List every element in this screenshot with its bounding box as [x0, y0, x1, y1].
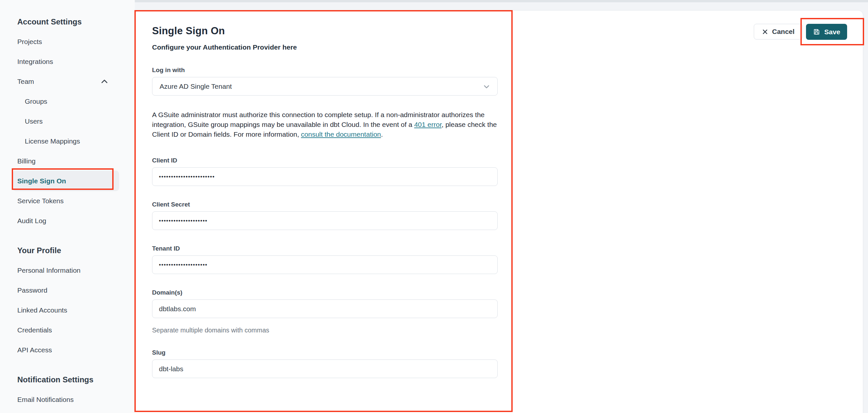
sidebar-item-label: Linked Accounts [17, 306, 67, 314]
field-group-client-secret: Client Secret [152, 201, 499, 230]
sidebar-item-linked-accounts[interactable]: Linked Accounts [0, 300, 135, 320]
sidebar-item-label: Notification Settings [17, 375, 93, 384]
sidebar-item-label: License Mappings [25, 137, 80, 145]
sidebar-item-password[interactable]: Password [0, 280, 135, 300]
helper-text-domain-s: Separate multiple domains with commas [152, 326, 499, 334]
sidebar-item-label: Team [17, 77, 34, 85]
chevron-up-icon [100, 77, 108, 86]
sidebar-item-email-notifications[interactable]: Email Notifications [0, 389, 135, 409]
sidebar-item-label: Audit Log [17, 217, 46, 224]
tenant-id-input[interactable] [152, 255, 498, 274]
sidebar-header-account-settings: Account Settings [0, 12, 135, 32]
cancel-button-label: Cancel [772, 28, 795, 36]
sidebar-item-label: Credentials [17, 326, 52, 334]
close-icon [762, 29, 768, 35]
notice-link-401-error[interactable]: 401 error [414, 121, 441, 128]
field-group-slug: Slug [152, 349, 499, 378]
sidebar-header-your-profile: Your Profile [0, 241, 135, 260]
sidebar-item-label: Users [25, 118, 43, 125]
sidebar-item-api-access[interactable]: API Access [0, 340, 135, 360]
sidebar-item-license-mappings[interactable]: License Mappings [0, 131, 135, 151]
field-group-client-id: Client ID [152, 157, 499, 186]
save-button-label: Save [824, 28, 840, 36]
notice-text: . [381, 130, 383, 138]
save-button[interactable]: Save [806, 24, 847, 40]
page-subtitle: Configure your Authentication Provider h… [152, 43, 499, 51]
top-strip [134, 0, 868, 2]
field-label-slug: Slug [152, 349, 499, 356]
sidebar-item-team[interactable]: Team [0, 71, 135, 91]
gsuite-notice-text: A GSuite administrator must authorize th… [152, 110, 499, 139]
sidebar-item-label: Projects [17, 38, 42, 45]
domain-s-input[interactable] [152, 299, 498, 318]
sidebar-item-audit-log[interactable]: Audit Log [0, 211, 135, 231]
main-card: Single Sign On Configure your Authentica… [135, 11, 863, 413]
sidebar-item-label: Personal Information [17, 266, 81, 274]
sidebar-item-service-tokens[interactable]: Service Tokens [0, 191, 135, 211]
sidebar-item-projects[interactable]: Projects [0, 32, 135, 52]
sidebar-item-groups[interactable]: Groups [0, 91, 135, 111]
login-with-field: Log in with Azure AD Single Tenant [152, 67, 499, 96]
sidebar-item-credentials[interactable]: Credentials [0, 320, 135, 340]
sidebar-item-label: Service Tokens [17, 197, 64, 204]
sidebar-item-label: Integrations [17, 58, 53, 65]
sidebar-item-label: API Access [17, 346, 52, 354]
client-id-input[interactable] [152, 167, 498, 186]
client-secret-input[interactable] [152, 212, 498, 230]
sidebar: Account SettingsProjectsIntegrationsTeam… [0, 0, 135, 413]
field-label-tenant-id: Tenant ID [152, 245, 499, 252]
sidebar-item-label: Email Notifications [17, 396, 74, 403]
login-with-select[interactable]: Azure AD Single Tenant [152, 77, 498, 96]
sidebar-item-personal-information[interactable]: Personal Information [0, 260, 135, 280]
page-title: Single Sign On [152, 25, 499, 37]
field-label-domain-s: Domain(s) [152, 289, 499, 296]
sidebar-header-notification-settings: Notification Settings [0, 370, 135, 389]
sidebar-item-integrations[interactable]: Integrations [0, 52, 135, 71]
slug-input[interactable] [152, 359, 498, 378]
sidebar-item-label: Account Settings [17, 17, 82, 26]
save-floppy-icon [813, 28, 820, 36]
sidebar-item-billing[interactable]: Billing [0, 151, 135, 171]
cancel-button[interactable]: Cancel [754, 24, 803, 39]
field-group-domain-s: Domain(s)Separate multiple domains with … [152, 289, 499, 334]
login-with-label: Log in with [152, 67, 499, 74]
login-with-value: Azure AD Single Tenant [160, 83, 232, 90]
field-group-tenant-id: Tenant ID [152, 245, 499, 274]
chevron-down-icon [482, 83, 491, 91]
sidebar-item-label: Billing [17, 157, 36, 165]
sidebar-item-users[interactable]: Users [0, 111, 135, 131]
sidebar-item-label: Groups [25, 98, 47, 105]
sso-settings-panel: Single Sign On Configure your Authentica… [152, 25, 499, 393]
sidebar-item-label: Password [17, 286, 47, 294]
sidebar-item-single-sign-on[interactable]: Single Sign On [0, 171, 135, 191]
field-label-client-id: Client ID [152, 157, 499, 164]
sidebar-nav: Account SettingsProjectsIntegrationsTeam… [0, 0, 135, 409]
sidebar-item-label: Single Sign On [17, 177, 66, 185]
sidebar-item-label: Your Profile [17, 246, 61, 255]
field-label-client-secret: Client Secret [152, 201, 499, 208]
sso-form-fields: Client IDClient SecretTenant IDDomain(s)… [152, 157, 499, 378]
notice-link-consult-the-documentation[interactable]: consult the documentation [301, 130, 381, 138]
